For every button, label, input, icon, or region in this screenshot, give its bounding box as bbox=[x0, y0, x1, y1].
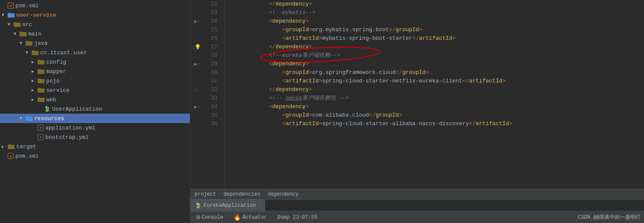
tree-item-label: pojo bbox=[46, 78, 190, 84]
gutter-line-32[interactable]: △ bbox=[190, 85, 203, 94]
gutter-line-33 bbox=[190, 94, 203, 103]
tree-item-service[interactable]: ▶ service bbox=[0, 85, 190, 95]
tree-item-main[interactable]: ▼ main bbox=[0, 29, 190, 38]
dump-tab[interactable]: Dump 23:07:55 bbox=[275, 214, 320, 221]
tree-item-user-service[interactable]: ▼ user-service bbox=[0, 10, 190, 20]
tag-bracket: < bbox=[282, 77, 286, 85]
fold-icon[interactable]: △ bbox=[195, 88, 198, 92]
tag-name: groupId bbox=[402, 68, 426, 77]
tag-name: groupId bbox=[396, 26, 419, 34]
tree-item-cn-itcast-user[interactable]: ▼ cn.itcast.user bbox=[0, 48, 190, 57]
bottom-toolbar: ⊡ Console 🔥 Actuator Dump 23:07:55 CSDN … bbox=[190, 211, 644, 223]
gutter-line-27[interactable]: △ 💡 bbox=[190, 43, 203, 51]
folder-icon bbox=[38, 96, 44, 103]
run-icon[interactable]: ▶ bbox=[194, 104, 197, 110]
gutter-line-29[interactable]: ▶ ▽ bbox=[190, 60, 203, 68]
tree-item-src[interactable]: ▼ src bbox=[0, 20, 190, 29]
arrow-icon: ▶ bbox=[32, 97, 38, 102]
tag-bracket: > bbox=[419, 26, 422, 34]
tree-item-label: config bbox=[46, 59, 190, 65]
tag-bracket: < bbox=[269, 60, 272, 68]
tag-bracket: </ bbox=[389, 26, 396, 34]
tree-item-mapper[interactable]: ▶ mapper bbox=[0, 67, 190, 76]
tag-bracket: > bbox=[309, 68, 312, 77]
tree-item-config[interactable]: ▶ config bbox=[0, 57, 190, 67]
gutter-line-24[interactable]: ▶ ▽ bbox=[190, 17, 203, 26]
svg-rect-21 bbox=[26, 116, 29, 117]
tag-bracket: < bbox=[282, 34, 286, 43]
arrow-icon: ▼ bbox=[14, 32, 20, 36]
console-tab[interactable]: ⊡ Console bbox=[194, 213, 226, 222]
arrow-icon: ▼ bbox=[20, 41, 26, 46]
tree-item-pojo[interactable]: ▶ pojo bbox=[0, 76, 190, 85]
code-editor[interactable]: </dependency> <!--mybatis--> <dependency… bbox=[225, 0, 644, 189]
tree-item-label: bootstrap.yml bbox=[45, 134, 190, 141]
tag-bracket: > bbox=[452, 34, 456, 43]
fold-icon[interactable]: ▽ bbox=[197, 19, 199, 24]
gutter-line-22 bbox=[190, 0, 203, 9]
run-icon[interactable]: ▶ bbox=[194, 61, 197, 67]
tree-item-pom-xml[interactable]: m pom.xml bbox=[0, 151, 190, 161]
yaml-file-icon: a bbox=[38, 125, 44, 131]
warning-icon[interactable]: 💡 bbox=[195, 44, 201, 50]
tree-item-web[interactable]: ▶ web bbox=[0, 95, 190, 104]
breadcrumb-sep-1: › bbox=[218, 191, 221, 197]
actuator-icon: 🔥 bbox=[233, 214, 241, 221]
line-num-24: 24 bbox=[203, 17, 221, 26]
fold-icon[interactable]: ▽ bbox=[197, 62, 199, 67]
gutter-line-34[interactable]: ▶ ▽ bbox=[190, 103, 203, 111]
code-text: org.springframework.cloud bbox=[312, 68, 396, 77]
tree-item-java[interactable]: ▼ java bbox=[0, 38, 190, 48]
tree-item-target[interactable]: ▶ target bbox=[0, 142, 190, 151]
tag-name: artifactId bbox=[419, 34, 452, 43]
watermark: CSDN @@黑夜中的一盏明灯 bbox=[578, 214, 641, 221]
actuator-tab[interactable]: 🔥 Actuator bbox=[231, 213, 270, 222]
tree-item-label: user-service bbox=[16, 12, 190, 18]
tag-bracket: < bbox=[282, 26, 286, 34]
tree-item-label: src bbox=[22, 21, 190, 28]
line-numbers: 22 23 24 25 26 27 28 29 30 31 32 33 34 3… bbox=[203, 0, 225, 189]
console-label: Console bbox=[201, 214, 223, 220]
code-line-28: <!--eureka客户端依赖--> bbox=[229, 51, 644, 60]
code-line-32: </dependency> bbox=[229, 85, 644, 94]
tab-label: EurekaApplication bbox=[204, 202, 256, 208]
folder-icon bbox=[20, 30, 27, 37]
fold-icon[interactable]: ▽ bbox=[197, 105, 199, 109]
tree-item-pom-root[interactable]: m pom.xml bbox=[0, 1, 190, 10]
tag-bracket: </ bbox=[269, 43, 276, 51]
tag-bracket: > bbox=[509, 120, 512, 128]
tree-item-label: pom.xml bbox=[15, 153, 190, 159]
folder-icon bbox=[14, 21, 21, 28]
tree-item-label: main bbox=[28, 31, 190, 37]
tree-item-bootstrap-yml[interactable]: a bootstrap.yml bbox=[0, 132, 190, 142]
tag-bracket: < bbox=[282, 120, 286, 128]
tag-name: artifactId bbox=[286, 34, 319, 43]
run-icon[interactable]: ▶ bbox=[194, 18, 197, 25]
tag-bracket: < bbox=[269, 103, 272, 111]
tree-item-user-application[interactable]: 🍃 UserApplication bbox=[0, 104, 190, 114]
xml-file-icon: m bbox=[8, 153, 14, 159]
line-num-32: 32 bbox=[203, 85, 221, 94]
tag-bracket: < bbox=[282, 68, 286, 77]
code-text: mybatis-spring-boot-starter bbox=[322, 34, 412, 43]
tree-item-resources[interactable]: ▼ resources bbox=[0, 114, 190, 123]
tag-bracket: > bbox=[319, 120, 322, 128]
tab-eureka-application[interactable]: 🍃 EurekaApplication ✕ bbox=[190, 200, 265, 211]
tag-bracket: > bbox=[309, 85, 312, 94]
code-line-29: <dependency> bbox=[229, 60, 644, 68]
svg-rect-15 bbox=[38, 79, 41, 80]
tree-item-label: resources bbox=[34, 115, 190, 122]
tag-name: dependency bbox=[272, 103, 305, 111]
tag-bracket: </ bbox=[469, 120, 476, 128]
file-tree[interactable]: m pom.xml ▼ user-service ▼ src ▼ main bbox=[0, 0, 190, 223]
resources-folder-icon bbox=[26, 115, 32, 122]
actuator-label: Actuator bbox=[242, 214, 267, 220]
folder-icon bbox=[32, 49, 38, 56]
tag-name: dependency bbox=[275, 0, 309, 9]
tree-item-application-yml[interactable]: a application.yml bbox=[0, 123, 190, 132]
tag-name: artifactId bbox=[476, 120, 509, 128]
tag-bracket: > bbox=[305, 17, 309, 26]
gutter-line-26 bbox=[190, 34, 203, 43]
tree-item-label: java bbox=[34, 40, 190, 47]
tab-close-button[interactable]: ✕ bbox=[258, 203, 260, 208]
